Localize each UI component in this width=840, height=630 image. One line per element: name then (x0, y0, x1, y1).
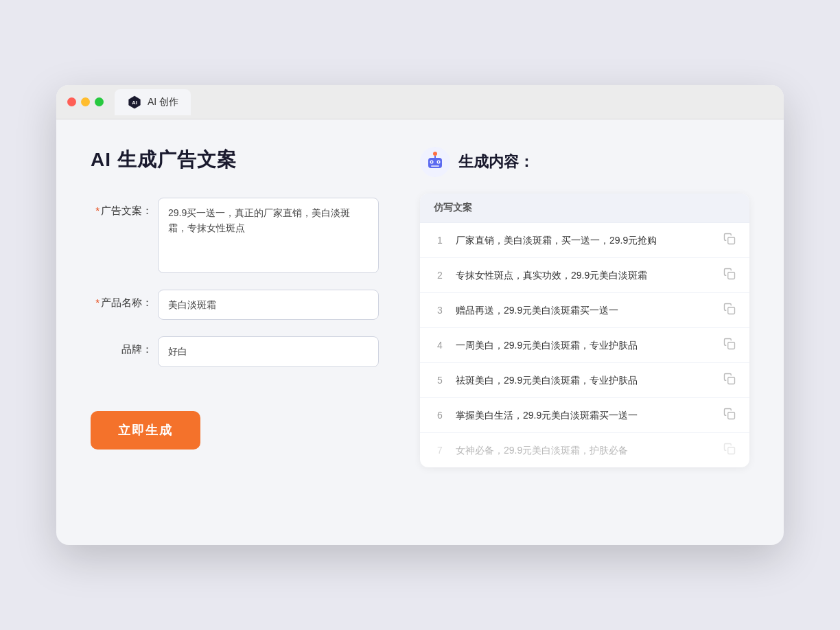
copy-icon[interactable] (723, 303, 736, 318)
svg-point-7 (431, 161, 432, 163)
table-row: 7女神必备，29.9元美白淡斑霜，护肤必备 (420, 433, 749, 467)
close-button[interactable] (67, 97, 76, 106)
copy-icon[interactable] (723, 268, 736, 283)
svg-rect-16 (728, 447, 735, 454)
traffic-lights (67, 97, 104, 106)
copy-icon[interactable] (723, 233, 736, 248)
svg-point-3 (433, 152, 437, 156)
robot-icon (420, 147, 450, 177)
form-row-ad-copy: *广告文案： 29.9买一送一，真正的厂家直销，美白淡斑霜，专抹女性斑点 (91, 198, 379, 273)
row-number: 1 (434, 235, 446, 246)
row-text: 专抹女性斑点，真实功效，29.9元美白淡斑霜 (456, 268, 714, 283)
table-row: 1厂家直销，美白淡斑霜，买一送一，29.9元抢购 (420, 223, 749, 258)
ad-copy-label: *广告文案： (91, 198, 152, 218)
table-header: 仿写文案 (420, 194, 749, 223)
row-text: 厂家直销，美白淡斑霜，买一送一，29.9元抢购 (456, 233, 714, 248)
svg-rect-13 (728, 342, 735, 349)
required-star-product: * (95, 296, 100, 308)
row-number: 5 (434, 375, 446, 386)
copy-icon[interactable] (723, 443, 736, 458)
copy-icon[interactable] (723, 338, 736, 353)
browser-window: AI AI 创作 AI 生成广告文案 *广告文案： 29.9买一送一，真正的厂家… (56, 85, 784, 545)
brand-label: 品牌： (91, 336, 152, 356)
table-row: 5祛斑美白，29.9元美白淡斑霜，专业护肤品 (420, 363, 749, 398)
result-title: 生成内容： (458, 152, 534, 172)
svg-rect-11 (728, 272, 735, 279)
row-number: 4 (434, 340, 446, 351)
svg-point-8 (438, 161, 439, 163)
main-content: AI 生成广告文案 *广告文案： 29.9买一送一，真正的厂家直销，美白淡斑霜，… (56, 119, 784, 545)
row-number: 7 (434, 445, 446, 456)
title-bar: AI AI 创作 (56, 85, 784, 119)
row-number: 3 (434, 305, 446, 316)
form-row-brand: 品牌： (91, 336, 379, 366)
copy-icon[interactable] (723, 373, 736, 388)
product-name-input[interactable] (158, 290, 379, 320)
table-row: 6掌握美白生活，29.9元美白淡斑霜买一送一 (420, 398, 749, 433)
minimize-button[interactable] (81, 97, 90, 106)
maximize-button[interactable] (95, 97, 104, 106)
svg-rect-15 (728, 412, 735, 419)
brand-input[interactable] (158, 336, 379, 366)
row-text: 祛斑美白，29.9元美白淡斑霜，专业护肤品 (456, 373, 714, 388)
result-table: 仿写文案 1厂家直销，美白淡斑霜，买一送一，29.9元抢购2专抹女性斑点，真实功… (420, 194, 749, 467)
row-number: 6 (434, 410, 446, 421)
form-row-product-name: *产品名称： (91, 290, 379, 320)
result-header: 生成内容： (420, 147, 749, 177)
copy-icon[interactable] (723, 408, 736, 423)
row-text: 一周美白，29.9元美白淡斑霜，专业护肤品 (456, 338, 714, 353)
row-text: 女神必备，29.9元美白淡斑霜，护肤必备 (456, 443, 714, 458)
table-row: 4一周美白，29.9元美白淡斑霜，专业护肤品 (420, 328, 749, 363)
ai-tab[interactable]: AI AI 创作 (115, 89, 191, 115)
row-text: 掌握美白生活，29.9元美白淡斑霜买一送一 (456, 408, 714, 423)
page-title: AI 生成广告文案 (91, 147, 379, 173)
generate-button[interactable]: 立即生成 (91, 411, 200, 450)
ad-copy-input[interactable]: 29.9买一送一，真正的厂家直销，美白淡斑霜，专抹女性斑点 (158, 198, 379, 273)
required-star-ad: * (95, 205, 100, 216)
row-text: 赠品再送，29.9元美白淡斑霜买一送一 (456, 303, 714, 318)
svg-rect-9 (431, 165, 439, 167)
table-row: 3赠品再送，29.9元美白淡斑霜买一送一 (420, 293, 749, 328)
tab-label: AI 创作 (148, 96, 178, 108)
product-name-label: *产品名称： (91, 290, 152, 310)
ai-icon: AI (127, 95, 142, 110)
result-rows-container: 1厂家直销，美白淡斑霜，买一送一，29.9元抢购2专抹女性斑点，真实功效，29.… (420, 223, 749, 467)
svg-rect-14 (728, 377, 735, 384)
svg-text:AI: AI (132, 100, 137, 106)
svg-rect-12 (728, 307, 735, 314)
table-row: 2专抹女性斑点，真实功效，29.9元美白淡斑霜 (420, 258, 749, 293)
left-panel: AI 生成广告文案 *广告文案： 29.9买一送一，真正的厂家直销，美白淡斑霜，… (91, 147, 379, 517)
row-number: 2 (434, 270, 446, 281)
svg-rect-10 (728, 237, 735, 244)
right-panel: 生成内容： 仿写文案 1厂家直销，美白淡斑霜，买一送一，29.9元抢购2专抹女性… (420, 147, 749, 517)
